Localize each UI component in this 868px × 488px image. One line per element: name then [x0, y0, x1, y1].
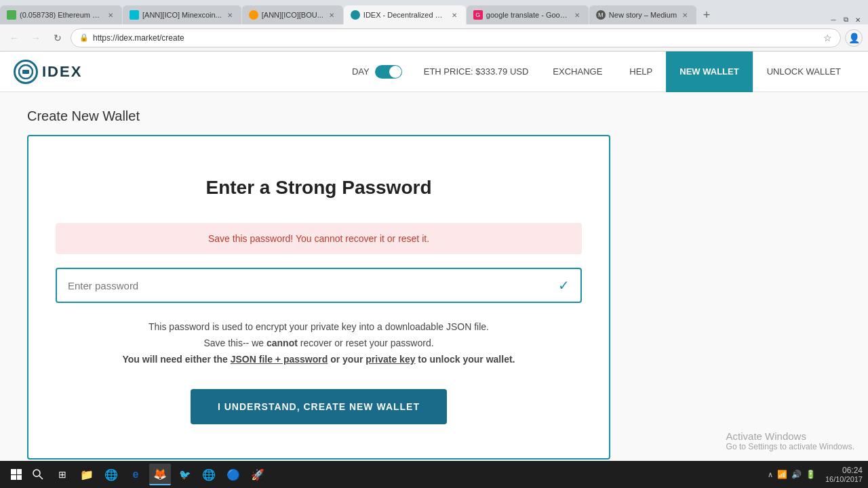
profile-icon[interactable]: 👤 — [845, 29, 863, 47]
taskbar-clock: 06:24 16/10/2017 — [825, 466, 863, 483]
taskbar: ⊞ 📁 🌐 e 🦊 🐦 🌐 🔵 🚀 ∧ 📶 🔊 🔋 06:24 16/10/20… — [0, 461, 868, 488]
tab-3-favicon — [249, 10, 258, 20]
back-button[interactable]: ← — [5, 29, 23, 47]
tab-1[interactable]: (0.058738) Ethereum Et... ✕ — [0, 5, 122, 24]
new-tab-button[interactable]: + — [697, 5, 716, 24]
tab-4-favicon — [351, 10, 360, 20]
page-body: Create New Wallet Enter a Strong Passwor… — [0, 92, 868, 461]
tab-2[interactable]: [ANN][ICO] Minexcoin... ✕ — [123, 5, 241, 24]
edge-button[interactable]: e — [125, 464, 146, 485]
exchange-nav-item[interactable]: EXCHANGE — [539, 52, 616, 92]
address-bar: ← → ↻ 🔒 https://idex.market/create ☆ 👤 — [0, 24, 868, 52]
nav-right: DAY ETH PRICE: $333.79 USD EXCHANGE HELP… — [341, 52, 854, 92]
chrome2-button[interactable]: 🌐 — [198, 464, 220, 485]
tab-1-favicon — [7, 10, 16, 20]
info-line-2-bold: cannot — [267, 338, 298, 348]
create-wallet-card: Enter a Strong Password Save this passwo… — [27, 135, 610, 460]
new-wallet-nav-button[interactable]: NEW WALLET — [666, 52, 752, 92]
close-button[interactable]: ✕ — [853, 15, 863, 24]
tab-2-title: [ANN][ICO] Minexcoin... — [142, 11, 222, 19]
info-line-3: You will need either the JSON file + pas… — [56, 352, 582, 368]
eth-price: ETH PRICE: $333.79 USD — [413, 66, 540, 77]
taskbar-system-icons: ∧ 📶 🔊 🔋 — [768, 470, 816, 479]
taskbar-search-button[interactable] — [27, 464, 49, 485]
info-line-3-middle: or your — [328, 354, 366, 365]
logo-circle — [14, 60, 38, 84]
info-line-2-prefix: Save this-- we — [203, 338, 267, 348]
info-line-3-prefix: You will need either the — [123, 354, 231, 365]
help-nav-item[interactable]: HELP — [616, 52, 666, 92]
logo[interactable]: IDEX — [14, 60, 82, 84]
file-explorer-button[interactable]: 📁 — [76, 464, 98, 485]
network-icon: 📶 — [777, 470, 787, 479]
battery-icon: 🔋 — [806, 470, 816, 479]
browser-chrome: (0.058738) Ethereum Et... ✕ [ANN][ICO] M… — [0, 0, 868, 52]
password-input[interactable] — [68, 269, 558, 302]
start-button[interactable] — [5, 464, 27, 485]
password-input-wrap[interactable]: ✓ — [56, 268, 582, 303]
tab-4-close[interactable]: ✕ — [450, 10, 459, 20]
tab-2-favicon — [130, 10, 139, 20]
tab-6-close[interactable]: ✕ — [680, 10, 690, 20]
day-toggle[interactable]: DAY — [341, 65, 413, 79]
warning-text: Save this password! You cannot recover i… — [208, 233, 429, 244]
secure-icon: 🔒 — [79, 33, 89, 42]
tab-3-title: [ANN][ICO][BOU... — [262, 11, 323, 19]
svg-rect-1 — [22, 70, 29, 74]
info-line-1: This password is used to encrypt your pr… — [56, 319, 582, 336]
svg-line-3 — [39, 476, 43, 479]
info-text: This password is used to encrypt your pr… — [56, 319, 582, 367]
app-button-7[interactable]: 🚀 — [247, 464, 269, 485]
window-controls: ─ ⧉ ✕ — [829, 15, 868, 24]
app-nav: IDEX DAY ETH PRICE: $333.79 USD EXCHANGE… — [0, 52, 868, 92]
taskbar-apps: ⊞ 📁 🌐 e 🦊 🐦 🌐 🔵 🚀 — [52, 464, 269, 485]
private-key-link[interactable]: private key — [366, 354, 415, 365]
tab-4[interactable]: IDEX - Decentralized Ex... ✕ — [344, 5, 466, 24]
windows-logo-icon — [11, 469, 22, 480]
bookmark-icon[interactable]: ☆ — [823, 33, 832, 43]
json-file-password-link[interactable]: JSON file + password — [231, 354, 328, 365]
day-label: DAY — [352, 66, 370, 77]
tab-6[interactable]: M New story – Medium ✕ — [589, 5, 696, 24]
tab-4-title: IDEX - Decentralized Ex... — [363, 11, 446, 19]
warning-box: Save this password! You cannot recover i… — [56, 223, 582, 254]
chrome-button[interactable]: 🦊 — [149, 464, 171, 485]
forward-button[interactable]: → — [27, 29, 45, 47]
search-icon — [33, 469, 43, 480]
tab-5-title: google translate - Goog... — [486, 11, 569, 19]
minimize-button[interactable]: ─ — [829, 15, 838, 24]
svg-point-2 — [33, 470, 40, 476]
restore-button[interactable]: ⧉ — [841, 15, 850, 24]
unlock-wallet-nav-button[interactable]: UNLOCK WALLET — [753, 52, 854, 92]
url-text: https://idex.market/create — [93, 33, 819, 43]
tab-1-title: (0.058738) Ethereum Et... — [20, 11, 102, 19]
tab-3-close[interactable]: ✕ — [327, 10, 336, 20]
page-title: Create New Wallet — [27, 108, 841, 124]
reload-button[interactable]: ↻ — [49, 29, 66, 47]
tab-5-close[interactable]: ✕ — [572, 10, 582, 20]
twitter-button[interactable]: 🐦 — [174, 464, 195, 485]
app-content: IDEX DAY ETH PRICE: $333.79 USD EXCHANGE… — [0, 52, 868, 461]
tab-5[interactable]: G google translate - Goog... ✕ — [467, 5, 589, 24]
system-tray-icon: ∧ — [768, 470, 773, 479]
clock-time: 06:24 — [825, 466, 863, 475]
info-line-3-suffix: to unlock your wallet. — [415, 354, 515, 365]
checkmark-icon: ✓ — [558, 277, 570, 293]
taskbar-right: ∧ 📶 🔊 🔋 06:24 16/10/2017 — [768, 466, 863, 483]
tab-2-close[interactable]: ✕ — [225, 10, 235, 20]
logo-icon — [18, 64, 33, 79]
taskview-button[interactable]: ⊞ — [52, 464, 73, 485]
app-button-6[interactable]: 🔵 — [222, 464, 244, 485]
info-line-2: Save this-- we cannot recover or reset y… — [56, 336, 582, 352]
info-line-2-suffix: recover or reset your password. — [298, 338, 434, 348]
url-bar[interactable]: 🔒 https://idex.market/create ☆ — [71, 28, 841, 47]
internet-explorer-button[interactable]: 🌐 — [100, 464, 122, 485]
toggle-knob — [389, 66, 401, 78]
tab-3[interactable]: [ANN][ICO][BOU... ✕ — [242, 5, 343, 24]
tab-1-close[interactable]: ✕ — [106, 10, 115, 20]
logo-text: IDEX — [42, 63, 82, 81]
create-wallet-button[interactable]: I UNDERSTAND, CREATE NEW WALLET — [191, 389, 447, 424]
volume-icon: 🔊 — [791, 470, 802, 479]
clock-date: 16/10/2017 — [825, 475, 863, 483]
day-night-toggle[interactable] — [375, 65, 402, 79]
